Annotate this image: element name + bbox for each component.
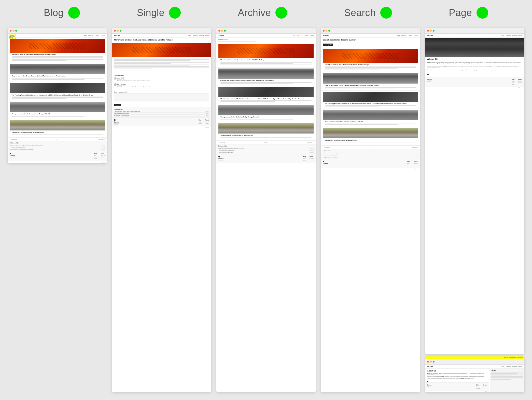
about-nav-link-3[interactable]: Contact <box>512 35 517 36</box>
footer-col-1-link-2[interactable]: Archive <box>303 159 306 161</box>
search-post-1-title[interactable]: Marshland birds at the Lake Havasu Natio… <box>325 64 416 66</box>
footer-col-2-link-2[interactable]: Contact <box>101 156 105 158</box>
archive-related-3-title[interactable]: Young woman in the Netherlands <box>218 152 233 153</box>
blog-related-2-title[interactable]: The Fencing Memorial Auditorium... <box>10 146 26 148</box>
comment-name-field[interactable] <box>114 94 209 95</box>
single-nav-link-1[interactable]: Blog <box>188 35 191 36</box>
popup-nav-link-1[interactable]: Blog <box>501 366 504 367</box>
single-related-1-title[interactable]: Canyon and rocks, Grand Canyon National … <box>114 111 140 112</box>
blog-post-2-title[interactable]: Canyon and rocks, Grand Canyon National … <box>12 75 103 77</box>
chrome-minimize[interactable] <box>430 361 432 363</box>
archive-post-4-title[interactable]: Young woman in the Netherlands, by Georg… <box>220 116 312 118</box>
search-nav-link-2[interactable]: About Us <box>401 35 407 36</box>
blog-post-3-title[interactable]: The Fencing Memorial Auditorium in the s… <box>12 94 103 96</box>
chrome-maximize[interactable] <box>120 30 121 32</box>
blog-related-1-title[interactable]: Canyon and rocks, Grand Canyon National … <box>10 144 43 146</box>
blog-post-5-title[interactable]: Vacationers on motorcycles, by Boyd Nort… <box>12 131 103 134</box>
archive-prev-page[interactable]: ← Newer Entry <box>218 142 225 143</box>
comment-text-field[interactable] <box>114 98 209 101</box>
search-post-4-title[interactable]: Young woman in the Netherlands, by Georg… <box>325 121 416 123</box>
search-next-page[interactable]: Older Entry → <box>412 147 418 148</box>
comment-submit-button[interactable]: Submit <box>114 104 121 106</box>
footer-col-2-link-2[interactable]: Contact <box>205 123 209 124</box>
footer-col-2-link-1[interactable]: About Us <box>518 81 522 82</box>
footer-col-1-link-2[interactable]: Archive <box>94 156 97 158</box>
archive-related-1-title[interactable]: Canyon and rocks, Grand Canyon National … <box>218 148 244 149</box>
single-next-link[interactable]: Next: Featured Post → <box>199 71 209 73</box>
footer-col-1-link-3[interactable]: Single <box>94 158 97 159</box>
footer-col-2-link-1[interactable]: About Us <box>414 163 418 164</box>
chrome-maximize[interactable] <box>15 30 17 32</box>
tab-single[interactable]: Single <box>137 7 181 19</box>
search-nav-link-1[interactable]: Blog <box>397 35 400 36</box>
chrome-minimize[interactable] <box>221 30 223 32</box>
footer-col-2-link-1[interactable]: About Us <box>310 158 314 159</box>
chrome-maximize[interactable] <box>224 30 226 32</box>
chrome-close[interactable] <box>323 30 325 32</box>
archive-nav-link-2[interactable]: About Us <box>297 35 302 36</box>
tab-search[interactable]: Search <box>344 7 392 19</box>
single-prev-link[interactable]: ← Back to all <box>114 71 120 73</box>
chrome-minimize[interactable] <box>326 30 327 32</box>
chrome-minimize[interactable] <box>430 30 432 32</box>
archive-next-page[interactable]: Older Entry → <box>307 142 314 143</box>
popup-nav-link-3[interactable]: Contact <box>512 366 517 367</box>
footer-col-2-link-1[interactable]: About Us <box>205 121 209 123</box>
tab-page[interactable]: Page <box>449 7 488 19</box>
popup-footer-col-1-link-2[interactable]: Archive <box>477 388 480 389</box>
comment-email-field[interactable] <box>114 96 209 97</box>
archive-post-3-title[interactable]: The Fencing Memorial Auditorium in the s… <box>220 98 312 100</box>
single-related-2-title[interactable]: The Fencing Memorial Auditorium... <box>114 113 130 114</box>
search-query-box[interactable]: lacoma pueblo <box>323 44 333 46</box>
footer-col-1-link-2[interactable]: Archive <box>199 123 202 124</box>
blog-prev-page[interactable]: ← Newer Posts <box>10 139 17 140</box>
popup-nav-link-2[interactable]: About Us <box>506 366 511 367</box>
single-nav-link-2[interactable]: About Us <box>192 35 198 36</box>
chrome-close[interactable] <box>218 30 220 32</box>
search-related-2-title[interactable]: The Fencing Memorial Auditorium... <box>323 154 339 156</box>
tab-blog[interactable]: Blog <box>44 7 80 19</box>
about-nav-link-2[interactable]: About Us <box>506 35 511 36</box>
chrome-maximize[interactable] <box>433 361 435 363</box>
footer-col-2-link-2[interactable]: Contact <box>518 82 522 83</box>
footer-col-1-link-2[interactable]: Archive <box>407 164 411 166</box>
archive-nav-link-4[interactable]: Search <box>310 35 314 36</box>
chrome-close[interactable] <box>427 361 429 363</box>
search-related-3-title[interactable]: Young woman in the Netherlands <box>323 156 338 158</box>
archive-post-1-title[interactable]: Marshland birds at the Lake Havasu Natio… <box>220 59 312 61</box>
chrome-close[interactable] <box>114 30 116 32</box>
search-post-2-title[interactable]: Canyon and rocks, Grand Canyon National … <box>325 85 416 87</box>
footer-col-1-link-1[interactable]: Blog <box>407 163 411 164</box>
about-nav-link-4[interactable]: Search <box>518 35 522 36</box>
chrome-minimize[interactable] <box>12 30 14 32</box>
single-nav-link-3[interactable]: Contact <box>199 35 204 36</box>
blog-related-3-title[interactable]: Young woman in the Netherlands, by Georg… <box>10 149 33 150</box>
archive-related-2-title[interactable]: The Fencing Memorial Auditorium... <box>218 150 234 151</box>
about-nav-link-1[interactable]: Blog <box>501 35 504 36</box>
tab-archive[interactable]: Archive <box>238 7 287 19</box>
blog-post-1-title[interactable]: Marshland birds at the Lake Havasu Natio… <box>12 54 103 56</box>
footer-col-2-link-1[interactable]: About Us <box>101 155 105 156</box>
blog-nav-link-2[interactable]: About Us <box>88 35 93 36</box>
single-nav-link-4[interactable]: Search <box>205 35 209 36</box>
search-prev-page[interactable]: ← Newer Entry <box>323 147 330 148</box>
footer-col-1-link-1[interactable]: Blog <box>94 155 97 156</box>
chrome-close[interactable] <box>427 30 429 32</box>
chrome-close[interactable] <box>10 30 11 32</box>
chrome-minimize[interactable] <box>117 30 119 32</box>
blog-post-4-title[interactable]: Young woman in the Netherlands, by Georg… <box>12 113 103 115</box>
footer-col-1-link-1[interactable]: Blog <box>303 158 306 159</box>
blog-next-page[interactable]: Older Posts → <box>98 139 105 140</box>
search-post-5-title[interactable]: Vacationers on motorcycles, by Boyd Nort… <box>325 139 416 141</box>
popup-nav-link-4[interactable]: Search <box>518 366 522 367</box>
popup-footer-col-1-link-1[interactable]: Blog <box>477 386 480 388</box>
single-related-3-title[interactable]: Young woman in the Netherlands <box>114 115 129 116</box>
archive-nav-link-3[interactable]: Contact <box>304 35 308 36</box>
footer-col-1-link-2[interactable]: Archive <box>512 82 515 83</box>
search-nav-link-4[interactable]: Search <box>414 35 418 36</box>
footer-col-1-link-1[interactable]: Blog <box>512 81 515 82</box>
footer-col-1-link-3[interactable]: Single <box>512 84 515 85</box>
footer-col-1-link-1[interactable]: Blog <box>199 121 202 123</box>
popup-footer-col-2-link-1[interactable]: About Us <box>483 386 487 388</box>
chrome-maximize[interactable] <box>328 30 330 32</box>
